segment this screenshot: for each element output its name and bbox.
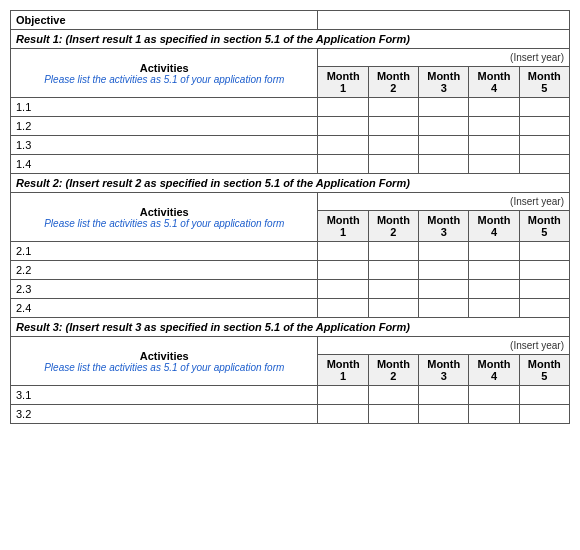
row-2-2: 2.2 bbox=[11, 261, 318, 280]
month-1-header-2: Month1 bbox=[318, 211, 368, 242]
main-table: Objective Result 1: (Insert result 1 as … bbox=[10, 10, 570, 424]
month-3-header-3: Month3 bbox=[419, 355, 469, 386]
row-1-1: 1.1 bbox=[11, 98, 318, 117]
month-3-header-2: Month3 bbox=[419, 211, 469, 242]
activities-note-1: Please list the activities as 5.1 of you… bbox=[16, 74, 312, 85]
insert-year-2: (Insert year) bbox=[318, 193, 570, 211]
row-2-3: 2.3 bbox=[11, 280, 318, 299]
month-1-header: Month1 bbox=[318, 67, 368, 98]
row-3-2: 3.2 bbox=[11, 405, 318, 424]
month-3-header: Month3 bbox=[419, 67, 469, 98]
month-2-header: Month2 bbox=[368, 67, 418, 98]
insert-year-3: (Insert year) bbox=[318, 337, 570, 355]
month-2-header-2: Month2 bbox=[368, 211, 418, 242]
activities-label-2: Activities bbox=[16, 206, 312, 218]
objective-label: Objective bbox=[11, 11, 318, 30]
month-4-header: Month4 bbox=[469, 67, 519, 98]
activities-label-1: Activities bbox=[16, 62, 312, 74]
month-2-header-3: Month2 bbox=[368, 355, 418, 386]
month-4-header-2: Month4 bbox=[469, 211, 519, 242]
row-2-4: 2.4 bbox=[11, 299, 318, 318]
row-3-1: 3.1 bbox=[11, 386, 318, 405]
month-4-header-3: Month4 bbox=[469, 355, 519, 386]
row-2-1: 2.1 bbox=[11, 242, 318, 261]
result1-header: Result 1: (Insert result 1 as specified … bbox=[11, 30, 570, 49]
row-1-3: 1.3 bbox=[11, 136, 318, 155]
month-5-header: Month5 bbox=[519, 67, 569, 98]
row-1-4: 1.4 bbox=[11, 155, 318, 174]
insert-year-1: (Insert year) bbox=[318, 49, 570, 67]
month-5-header-2: Month5 bbox=[519, 211, 569, 242]
row-1-2: 1.2 bbox=[11, 117, 318, 136]
result3-header: Result 3: (Insert result 3 as specified … bbox=[11, 318, 570, 337]
month-5-header-3: Month5 bbox=[519, 355, 569, 386]
result2-header: Result 2: (Insert result 2 as specified … bbox=[11, 174, 570, 193]
activities-label-3: Activities bbox=[16, 350, 312, 362]
activities-note-3: Please list the activities as 5.1 of you… bbox=[16, 362, 312, 373]
month-1-header-3: Month1 bbox=[318, 355, 368, 386]
activities-note-2: Please list the activities as 5.1 of you… bbox=[16, 218, 312, 229]
